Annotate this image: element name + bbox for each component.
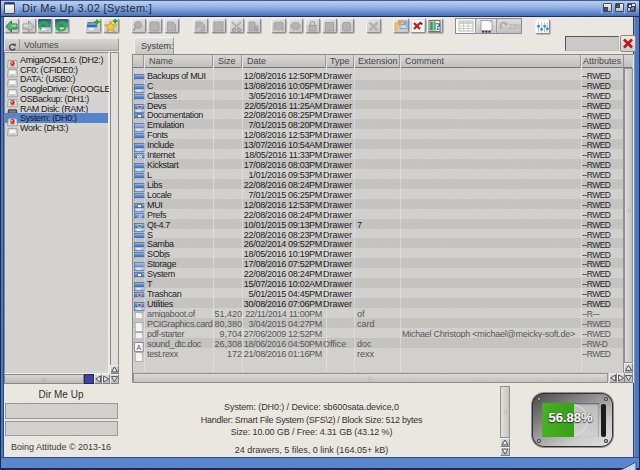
svg-text:25%: 25% (509, 23, 521, 30)
svg-text:?: ? (435, 20, 441, 32)
